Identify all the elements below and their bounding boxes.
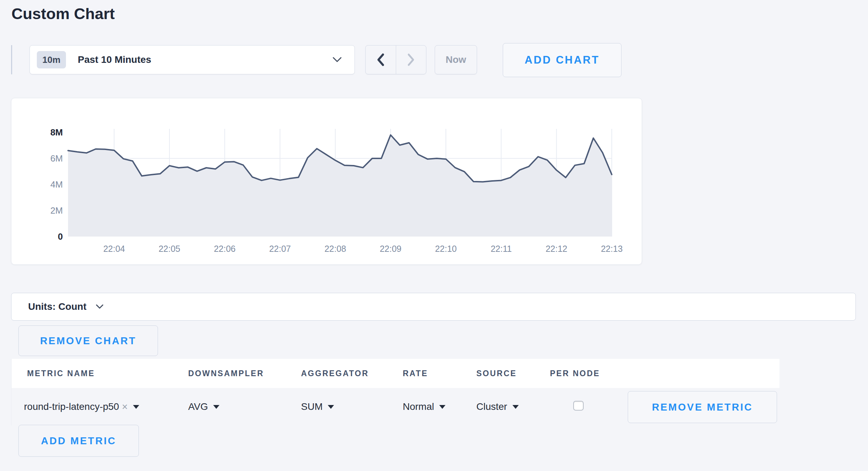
per-node-checkbox[interactable] — [573, 401, 584, 411]
col-header-aggregator: AGGREGATOR — [301, 359, 369, 388]
source-dropdown[interactable]: Cluster — [476, 388, 519, 425]
svg-text:22:12: 22:12 — [545, 244, 567, 254]
remove-metric-label: REMOVE METRIC — [652, 402, 753, 413]
now-button[interactable]: Now — [435, 45, 477, 74]
svg-text:22:09: 22:09 — [380, 244, 402, 254]
page-title: Custom Chart — [11, 5, 115, 23]
chevron-left-icon — [376, 53, 385, 67]
source-value: Cluster — [476, 401, 507, 412]
svg-text:4M: 4M — [50, 179, 63, 190]
col-header-rate: RATE — [403, 359, 428, 388]
metrics-table-header: METRIC NAME DOWNSAMPLER AGGREGATOR RATE … — [11, 359, 779, 388]
remove-chart-label: REMOVE CHART — [40, 335, 136, 347]
svg-text:0: 0 — [58, 231, 63, 242]
aggregator-dropdown[interactable]: SUM — [301, 388, 334, 425]
timeseries-area-chart[interactable]: 02M4M6M8M22:0422:0522:0622:0722:0822:092… — [11, 98, 642, 264]
aggregator-value: SUM — [301, 401, 323, 412]
time-window-label: Past 10 Minutes — [78, 54, 332, 65]
add-chart-label: ADD CHART — [525, 54, 600, 66]
time-nav-group — [365, 45, 426, 74]
svg-text:22:13: 22:13 — [601, 244, 623, 254]
chevron-down-icon — [95, 304, 104, 309]
svg-text:22:10: 22:10 — [435, 244, 457, 254]
chevron-down-icon — [332, 57, 342, 63]
time-window-dropdown[interactable]: 10m Past 10 Minutes — [30, 45, 355, 74]
chevron-right-icon — [407, 53, 416, 67]
svg-text:22:05: 22:05 — [159, 244, 181, 254]
remove-chart-button[interactable]: REMOVE CHART — [18, 325, 158, 356]
svg-text:22:11: 22:11 — [491, 244, 512, 254]
add-metric-button[interactable]: ADD METRIC — [18, 425, 139, 457]
chart-card: 02M4M6M8M22:0422:0522:0622:0722:0822:092… — [11, 98, 642, 265]
rate-value: Normal — [403, 401, 434, 412]
custom-chart-page: Custom Chart 10m Past 10 Minutes Now ADD… — [0, 0, 868, 471]
metric-name-value: round-trip-latency-p50 — [24, 401, 119, 412]
col-header-source: SOURCE — [476, 359, 517, 388]
col-header-metric-name: METRIC NAME — [27, 359, 95, 388]
caret-down-icon — [328, 405, 334, 409]
col-header-downsampler: DOWNSAMPLER — [188, 359, 264, 388]
time-window-badge: 10m — [37, 51, 66, 68]
metric-name-dropdown[interactable]: round-trip-latency-p50 × — [24, 388, 139, 425]
units-label: Units: Count — [28, 301, 86, 312]
caret-down-icon — [512, 405, 519, 409]
now-button-label: Now — [445, 54, 466, 65]
time-back-button[interactable] — [366, 46, 396, 74]
svg-text:22:04: 22:04 — [103, 244, 125, 254]
downsampler-value: AVG — [188, 401, 208, 412]
clear-metric-icon[interactable]: × — [122, 401, 128, 413]
svg-text:22:08: 22:08 — [324, 244, 346, 254]
units-dropdown[interactable]: Units: Count — [11, 293, 856, 321]
svg-text:22:06: 22:06 — [214, 244, 236, 254]
rate-dropdown[interactable]: Normal — [403, 388, 445, 425]
svg-text:2M: 2M — [50, 205, 63, 216]
add-metric-label: ADD METRIC — [41, 435, 116, 447]
caret-down-icon — [213, 405, 219, 409]
time-forward-button[interactable] — [396, 46, 426, 74]
remove-metric-button[interactable]: REMOVE METRIC — [628, 391, 777, 423]
caret-down-icon — [439, 405, 445, 409]
caret-down-icon — [133, 405, 139, 409]
svg-text:8M: 8M — [50, 127, 63, 138]
downsampler-dropdown[interactable]: AVG — [188, 388, 219, 425]
svg-text:22:07: 22:07 — [269, 244, 291, 254]
col-header-per-node: PER NODE — [550, 359, 600, 388]
toolbar-accent-rule — [11, 45, 12, 74]
svg-text:6M: 6M — [50, 153, 63, 164]
add-chart-button[interactable]: ADD CHART — [503, 43, 621, 77]
